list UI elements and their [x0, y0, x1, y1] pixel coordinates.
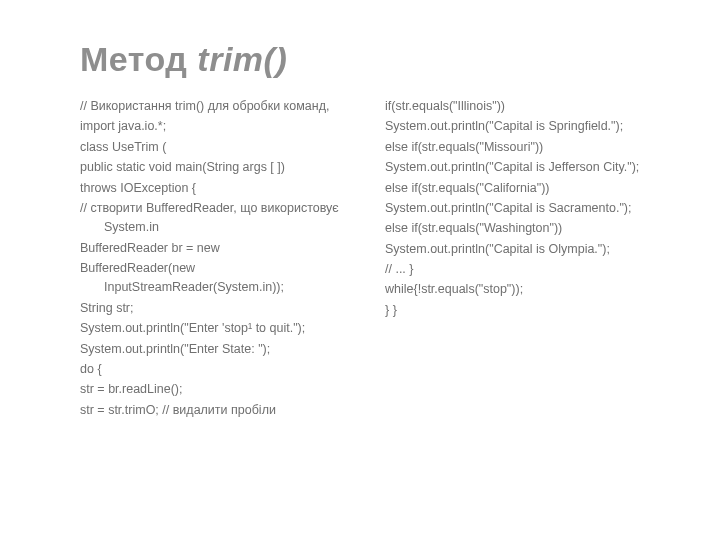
slide: Метод trim() // Використання trim() для … — [0, 0, 720, 540]
code-line: else if(str.equals("Washington")) — [385, 219, 660, 238]
code-line: System.out.println("Capital is Sacrament… — [385, 199, 660, 218]
code-line: str = str.trimO; // видалити пробіли — [80, 401, 355, 420]
title-method: trim() — [197, 40, 287, 78]
code-line: else if(str.equals("Missouri")) — [385, 138, 660, 157]
code-line: System.out.println("Capital is Springfie… — [385, 117, 660, 136]
code-line: BufferedReader(new InputStreamReader(Sys… — [80, 259, 355, 298]
slide-title: Метод trim() — [80, 40, 660, 79]
code-line: System.out.println("Capital is Olympia."… — [385, 240, 660, 259]
code-line: String str; — [80, 299, 355, 318]
code-line: if(str.equals("Illinois")) — [385, 97, 660, 116]
code-line: } } — [385, 301, 660, 320]
code-line: str = br.readLine(); — [80, 380, 355, 399]
code-line: System.out.println("Capital is Jefferson… — [385, 158, 660, 177]
code-line: // Використання trim() для обробки коман… — [80, 97, 355, 116]
code-line: public static void main(String args [ ]) — [80, 158, 355, 177]
code-line: // ... } — [385, 260, 660, 279]
code-line: System.out.println("Enter 'stop¹ to quit… — [80, 319, 355, 338]
columns: // Використання trim() для обробки коман… — [80, 97, 660, 421]
code-line: do { — [80, 360, 355, 379]
code-line: while{!str.equals("stop")); — [385, 280, 660, 299]
code-line: System.out.println("Enter State: "); — [80, 340, 355, 359]
title-text: Метод — [80, 40, 197, 78]
left-column: // Використання trim() для обробки коман… — [80, 97, 355, 421]
code-line: class UseTrim ( — [80, 138, 355, 157]
code-line: // створити BufferedReader, що використо… — [80, 199, 355, 238]
code-line: else if(str.equals("California")) — [385, 179, 660, 198]
code-line: throws IOException { — [80, 179, 355, 198]
code-line: BufferedReader br = new — [80, 239, 355, 258]
right-column: if(str.equals("Illinois")) System.out.pr… — [385, 97, 660, 421]
code-line: import java.io.*; — [80, 117, 355, 136]
